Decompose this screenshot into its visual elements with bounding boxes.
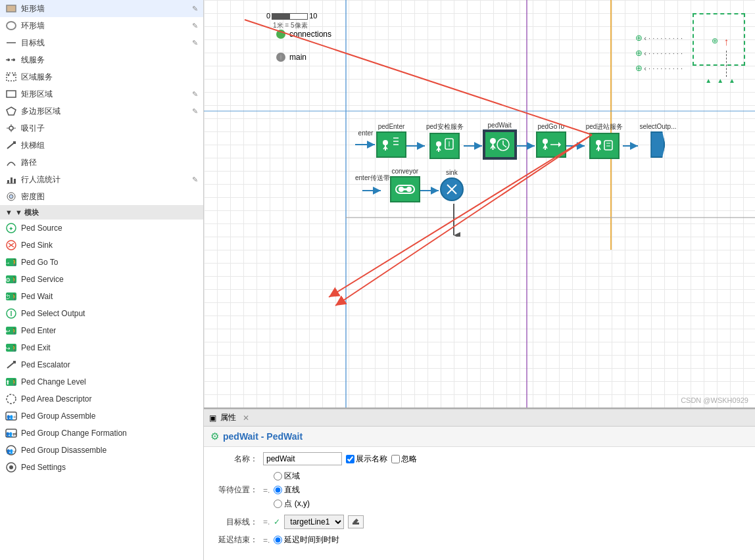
scroll-right-btn[interactable]: › bbox=[751, 408, 754, 409]
main-label: main bbox=[289, 53, 306, 62]
ignore-checkbox[interactable] bbox=[391, 455, 400, 463]
target-line-edit-btn[interactable] bbox=[348, 515, 364, 528]
edit-icon[interactable]: ✎ bbox=[192, 175, 198, 184]
ped-station-node[interactable] bbox=[589, 133, 620, 159]
show-name-checkbox[interactable] bbox=[346, 455, 354, 463]
sidebar-item-ped-sink[interactable]: Ped Sink bbox=[0, 237, 203, 254]
sidebar-label: Ped Group Assemble bbox=[21, 411, 95, 421]
svg-rect-19 bbox=[7, 180, 9, 183]
sidebar-item-rect-area[interactable]: 矩形区域 ✎ bbox=[0, 85, 203, 103]
sidebar-item-escalator-group[interactable]: 扶梯组 bbox=[0, 137, 203, 154]
conveyor-node[interactable] bbox=[390, 176, 420, 202]
ped-source-icon: ✦ bbox=[5, 222, 17, 234]
svg-point-45 bbox=[7, 394, 16, 404]
sidebar-item-ped-select-output[interactable]: Ped Select Output bbox=[0, 305, 203, 322]
circle-wall-icon bbox=[5, 20, 17, 32]
escalator-group-icon bbox=[5, 139, 17, 151]
sidebar-item-ped-group-assemble[interactable]: 👥+ Ped Group Assemble bbox=[0, 408, 203, 425]
sidebar-item-ped-group-change[interactable]: 👥⇄ Ped Group Change Formation bbox=[0, 425, 203, 442]
vert-arrows: ⊕ ↑ ▲ ▲ ▲ bbox=[705, 36, 735, 84]
sidebar-item-line-service[interactable]: 线服务 bbox=[0, 51, 203, 68]
sidebar-item-poly-area[interactable]: 多边形区域 ✎ bbox=[0, 103, 203, 120]
sidebar-item-rect-wall[interactable]: 矩形墙 ✎ bbox=[0, 0, 203, 17]
main-area: 0 10 1米 = 5像素 connections bbox=[204, 0, 755, 560]
properties-header: ▣ 属性 ✕ bbox=[204, 409, 755, 427]
sidebar-item-ped-source[interactable]: ✦ Ped Source bbox=[0, 220, 203, 237]
ped-goto-icon: →🚶 bbox=[5, 256, 17, 268]
pedwait-node[interactable] bbox=[483, 130, 516, 159]
prop-name-input[interactable] bbox=[263, 452, 342, 465]
svg-text:👥−: 👥− bbox=[7, 448, 16, 454]
sidebar-item-ped-service[interactable]: ⚙🚶 Ped Service bbox=[0, 271, 203, 288]
radio-point: 点 (x,y) bbox=[274, 498, 310, 509]
show-name-label: 展示名称 bbox=[346, 454, 387, 465]
svg-text:↩🚶: ↩🚶 bbox=[5, 327, 17, 335]
modules-section-header[interactable]: ▼ ▼ 模块 bbox=[0, 205, 203, 220]
svg-point-4 bbox=[7, 58, 10, 61]
ped-exit-icon: ↪🚶 bbox=[5, 342, 17, 354]
sidebar-label: 区域服务 bbox=[21, 72, 53, 83]
delay-radio-1: 延迟时间到时时 bbox=[274, 534, 339, 546]
svg-point-23 bbox=[9, 195, 13, 198]
sidebar-item-target-line[interactable]: 目标线 ✎ bbox=[0, 34, 203, 51]
sidebar-item-ped-group-disassemble[interactable]: 👥− Ped Group Disassemble bbox=[0, 442, 203, 459]
canvas-area[interactable]: 0 10 1米 = 5像素 connections bbox=[204, 0, 755, 409]
sidebar-item-ped-area-descriptor[interactable]: Ped Area Descriptor bbox=[0, 390, 203, 408]
sidebar-item-ped-change-level[interactable]: ⬆🚶 Ped Change Level bbox=[0, 373, 203, 390]
sidebar-item-ped-wait[interactable]: ⏱🚶 Ped Wait bbox=[0, 288, 203, 305]
svg-point-5 bbox=[12, 58, 15, 61]
pedenter-node[interactable] bbox=[376, 131, 406, 158]
edit-icon[interactable]: ✎ bbox=[192, 22, 198, 30]
ped-select-output-icon bbox=[5, 308, 17, 319]
ped-security-node[interactable] bbox=[429, 133, 460, 159]
svg-rect-42 bbox=[13, 361, 16, 363]
sidebar-item-ped-goto[interactable]: →🚶 Ped Go To bbox=[0, 254, 203, 271]
sidebar-item-ped-exit[interactable]: ↪🚶 Ped Exit bbox=[0, 339, 203, 356]
sidebar-item-density-map[interactable]: 密度图 bbox=[0, 188, 203, 205]
ignore-text: 忽略 bbox=[401, 454, 417, 465]
pedgoto-node[interactable] bbox=[536, 131, 566, 158]
svg-text:⚙🚶: ⚙🚶 bbox=[5, 276, 17, 284]
sidebar-item-path[interactable]: 路径 bbox=[0, 154, 203, 171]
delay-radio-1-input[interactable] bbox=[274, 536, 282, 544]
radio-area-input[interactable] bbox=[274, 472, 282, 480]
ped-security-label: ped安检服务 bbox=[426, 122, 464, 131]
svg-rect-21 bbox=[14, 179, 16, 183]
edit-icon[interactable]: ✎ bbox=[192, 39, 198, 47]
selectoutput-node[interactable] bbox=[650, 131, 665, 158]
prop-equal-icon: =. bbox=[263, 486, 270, 495]
radio-line-input[interactable] bbox=[274, 486, 282, 494]
delay-radio-1-label: 延迟时间到时时 bbox=[284, 534, 339, 546]
target-line-select[interactable]: targetLine1 bbox=[284, 515, 344, 529]
scroll-left-btn[interactable]: ‹ bbox=[205, 408, 208, 409]
sidebar-item-ped-stats[interactable]: 行人流统计 ✎ bbox=[0, 171, 203, 188]
ignore-label: 忽略 bbox=[391, 454, 417, 465]
properties-header-icon: ▣ bbox=[209, 413, 216, 423]
sidebar-item-circle-wall[interactable]: 环形墙 ✎ bbox=[0, 17, 203, 34]
scale-label-10: 10 bbox=[309, 12, 317, 20]
sidebar-item-ped-settings[interactable]: Ped Settings bbox=[0, 459, 203, 476]
sidebar-item-attractor[interactable]: 吸引子 bbox=[0, 120, 203, 137]
down-arrow bbox=[447, 204, 460, 239]
sidebar-label: Ped Source bbox=[21, 223, 62, 233]
sidebar-item-ped-escalator[interactable]: Ped Escalator bbox=[0, 356, 203, 373]
sidebar-label: 行人流统计 bbox=[21, 174, 61, 185]
scale-indicator: 0 10 1米 = 5像素 bbox=[266, 12, 317, 30]
svg-rect-20 bbox=[11, 177, 12, 183]
edit-icon[interactable]: ✎ bbox=[192, 90, 198, 99]
radio-point-input[interactable] bbox=[274, 500, 282, 508]
canvas-scrollbar[interactable]: ‹ › bbox=[204, 408, 755, 409]
sidebar-item-ped-enter[interactable]: ↩🚶 Ped Enter bbox=[0, 322, 203, 339]
sink-node[interactable] bbox=[440, 177, 464, 201]
edit-icon[interactable]: ✎ bbox=[192, 5, 198, 13]
hline-blue bbox=[204, 110, 755, 112]
sidebar-item-area-service[interactable]: 区域服务 bbox=[0, 68, 203, 85]
properties-header-x[interactable]: ✕ bbox=[243, 413, 249, 423]
sidebar-label: 线服务 bbox=[21, 55, 45, 66]
edit-icon[interactable]: ✎ bbox=[192, 107, 198, 116]
sidebar-label: 吸引子 bbox=[21, 123, 45, 134]
arrow-indicators: ⊕ ‹ · · · · · · · · · ⊕ ‹ · · · · · · · … bbox=[635, 33, 683, 73]
target-line-icon bbox=[5, 37, 17, 49]
attractor-icon bbox=[5, 122, 17, 134]
radio-line: 直线 bbox=[274, 484, 310, 496]
